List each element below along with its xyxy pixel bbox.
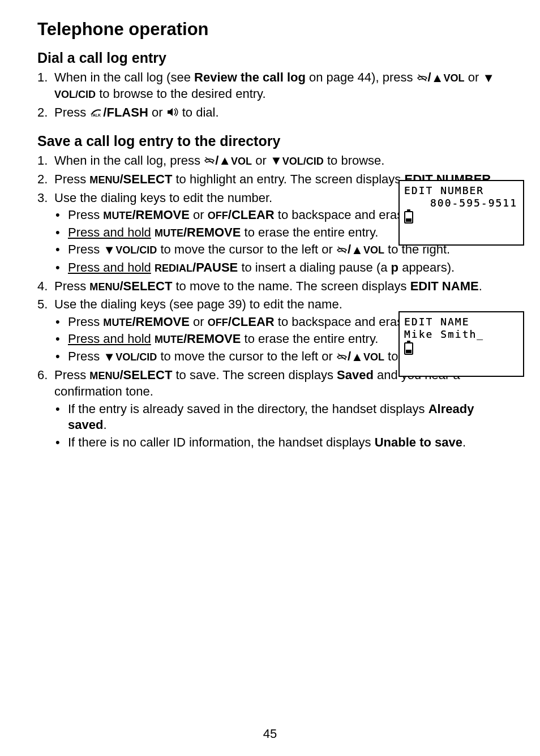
select-label: /SELECT — [119, 279, 172, 293]
up-triangle-icon: ▲ — [218, 153, 231, 169]
bullet: Press and hold REDIAL/PAUSE to insert a … — [54, 260, 505, 276]
redial-label: REDIAL — [155, 263, 192, 274]
volcid-label: VOL/CID — [54, 89, 96, 100]
phone-off-icon — [204, 153, 215, 169]
menu-label: MENU — [89, 370, 119, 381]
screen-line1: EDIT NAME — [404, 316, 518, 328]
speaker-icon — [166, 105, 179, 122]
mute-label: MUTE — [103, 210, 132, 221]
handset-screen-edit-name: EDIT NAME Mike Smith_ — [398, 311, 524, 377]
txt: or — [252, 153, 270, 167]
txt: Press and hold — [68, 225, 151, 239]
s1-step2: Press TALK/FLASH or to dial. — [37, 105, 505, 121]
select-label: /SELECT — [119, 172, 172, 186]
txt: Press — [68, 349, 103, 363]
volcid-label: VOL/CID — [115, 351, 157, 363]
section2-heading: Save a call log entry to the directory — [37, 133, 505, 149]
menu-label: MENU — [89, 174, 119, 186]
screen-line2: 800-595-9511 — [404, 197, 518, 209]
remove-label: /REMOVE — [183, 332, 241, 346]
up-triangle-icon: ▲ — [431, 70, 444, 87]
txt: Use the dialing keys to edit the number. — [54, 191, 272, 205]
vol-label: VOL — [363, 244, 384, 256]
bullet: If there is no caller ID information, th… — [54, 435, 505, 451]
s2-step4: Press MENU/SELECT to move to the name. T… — [37, 278, 505, 295]
section1-list: When in the call log (see Review the cal… — [35, 70, 505, 122]
bullet: If the entry is already saved in the dir… — [54, 401, 505, 433]
txt: If there is no caller ID information, th… — [68, 435, 375, 449]
remove-label: /REMOVE — [183, 225, 241, 239]
pause-label: /PAUSE — [192, 260, 238, 274]
txt: Use the dialing keys (see page 39) to ed… — [54, 297, 342, 311]
page-title: Telephone operation — [37, 19, 505, 40]
off-label: OFF — [208, 317, 228, 328]
txt: When in the call log, press — [54, 153, 204, 167]
txt: to browse. — [324, 153, 385, 167]
txt: . — [479, 279, 482, 293]
txt: to browse to the desired entry. — [96, 87, 265, 101]
screen-line2: Mike Smith_ — [404, 328, 518, 341]
txt: Press — [54, 368, 89, 382]
txt: to move the cursor to the left or — [157, 242, 336, 256]
s1-step1: When in the call log (see Review the cal… — [37, 70, 505, 102]
txt: on page 44), press — [306, 70, 417, 84]
txt: Press — [54, 279, 89, 293]
mute-label: MUTE — [103, 317, 132, 328]
page-number: 45 — [0, 727, 540, 741]
s2-step1: When in the call log, press /▲VOL or ▼VO… — [37, 153, 505, 169]
p-char: p — [391, 260, 398, 274]
talk-icon: TALK — [89, 105, 103, 122]
screen-line1: EDIT NUMBER — [404, 184, 518, 197]
vol-label: VOL — [231, 156, 252, 167]
txt: When in the call log (see — [54, 70, 194, 84]
txt: to highlight an entry. The screen displa… — [172, 172, 404, 186]
s2-step6-bullets: If the entry is already saved in the dir… — [54, 401, 505, 451]
txt: Press — [54, 105, 89, 119]
phone-off-icon — [336, 242, 348, 259]
flash-label: /FLASH — [103, 105, 148, 119]
txt: or — [465, 70, 483, 84]
menu-label: MENU — [89, 281, 119, 293]
saved-label: Saved — [337, 368, 374, 382]
clear-label: /CLEAR — [228, 208, 275, 222]
select-label: /SELECT — [119, 368, 172, 382]
svg-text:TALK: TALK — [91, 113, 101, 117]
unable-to-save-label: Unable to save — [375, 435, 462, 449]
remove-label: /REMOVE — [132, 315, 189, 329]
section1-heading: Dial a call log entry — [37, 50, 505, 66]
off-label: OFF — [208, 210, 228, 221]
txt: to erase the entire entry. — [241, 225, 378, 239]
clear-label: /CLEAR — [228, 315, 275, 329]
txt: . — [462, 435, 466, 449]
phone-off-icon — [417, 70, 428, 87]
txt: to dial. — [179, 105, 219, 119]
down-triangle-icon: ▼ — [103, 242, 115, 259]
txt: Review the call log — [194, 70, 306, 84]
txt: to insert a dialing pause (a — [238, 260, 391, 274]
txt: to erase the entire entry. — [241, 332, 378, 346]
battery-icon — [404, 342, 413, 355]
volcid-label: VOL/CID — [282, 156, 324, 167]
txt: Press — [68, 208, 103, 222]
down-triangle-icon: ▼ — [270, 153, 282, 169]
editname-label: EDIT NAME — [410, 279, 479, 293]
mute-label: MUTE — [155, 334, 183, 345]
battery-icon — [404, 211, 413, 224]
down-triangle-icon: ▼ — [103, 349, 115, 366]
vol-label: VOL — [443, 72, 464, 84]
txt: to move the cursor to the left or — [157, 349, 336, 363]
volcid-label: VOL/CID — [115, 244, 157, 256]
mute-label: MUTE — [155, 227, 183, 239]
txt: Press and hold — [68, 260, 151, 274]
txt: to move to the name. The screen displays — [172, 279, 410, 293]
txt: If the entry is already saved in the dir… — [68, 402, 428, 416]
remove-label: /REMOVE — [132, 208, 189, 222]
txt: Press and hold — [68, 332, 151, 346]
handset-screen-edit-number: EDIT NUMBER 800-595-9511 — [398, 180, 524, 246]
s2-step6: Press MENU/SELECT to save. The screen di… — [37, 367, 505, 450]
txt: Press — [68, 242, 103, 256]
up-triangle-icon: ▲ — [351, 349, 363, 366]
up-triangle-icon: ▲ — [351, 242, 363, 259]
txt: Press — [54, 172, 89, 186]
txt: or — [190, 315, 208, 329]
